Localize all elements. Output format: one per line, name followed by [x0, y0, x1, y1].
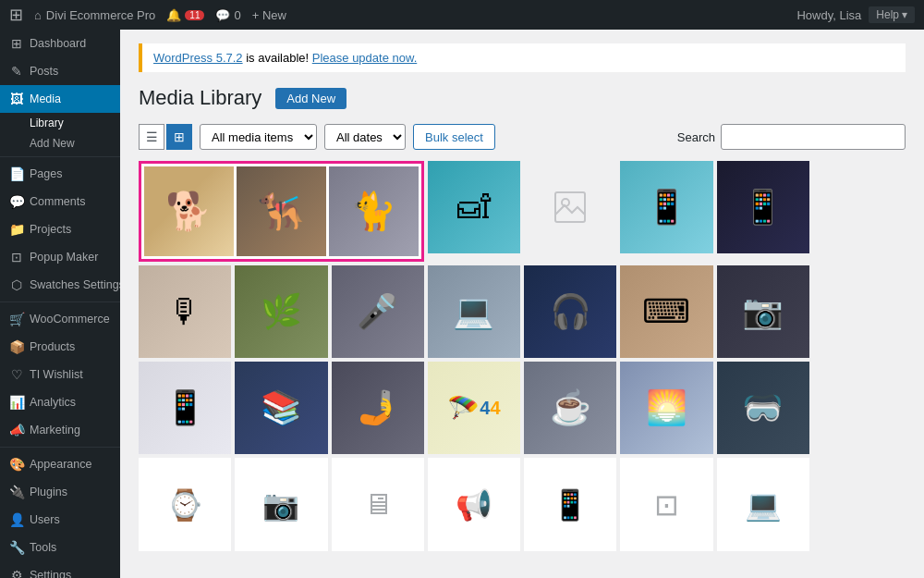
projects-icon: 📁: [9, 222, 24, 237]
sidebar-sublabel-library: Library: [30, 117, 64, 129]
media-item-black-dog[interactable]: 🐕‍🦺: [237, 166, 326, 256]
media-item-phone-hand[interactable]: 🤳: [332, 362, 424, 454]
media-item-microphone[interactable]: 🎤: [332, 265, 424, 358]
update-now-link[interactable]: Please update now.: [312, 51, 417, 65]
sidebar-item-analytics[interactable]: 📊 Analytics: [0, 388, 120, 416]
media-item-headphones[interactable]: 🎧: [524, 265, 616, 358]
media-item-phone-white[interactable]: 📱: [139, 362, 231, 454]
appearance-icon: 🎨: [9, 457, 24, 472]
media-icon: 🖼: [9, 92, 24, 106]
search-area: Search: [677, 124, 906, 150]
adminbar-right: Howdy, Lisa Help ▾: [796, 6, 915, 23]
media-item-empty-1: [813, 161, 906, 253]
media-item-laptop-hands[interactable]: ⌨: [620, 265, 712, 358]
search-input[interactable]: [721, 124, 906, 150]
add-new-button[interactable]: Add New: [275, 88, 346, 109]
media-item-megaphone-icon[interactable]: 📢: [428, 458, 520, 550]
media-item-coffee-laptop[interactable]: ☕: [524, 362, 616, 454]
grid-view-button[interactable]: ⊞: [166, 124, 192, 150]
sidebar-item-swatches[interactable]: ⬡ Swatches Settings: [0, 271, 120, 299]
sidebar-item-users[interactable]: 👤 Users: [0, 506, 120, 534]
media-item-monitor-icon[interactable]: 🖥: [332, 458, 424, 550]
sidebar-sub-library[interactable]: Library: [0, 113, 120, 133]
media-type-filter[interactable]: All media items: [200, 124, 317, 150]
media-item-laptop-books[interactable]: 📚: [235, 362, 327, 454]
help-chevron-icon: ▾: [902, 8, 907, 21]
site-name[interactable]: ⌂ Divi Ecommerce Pro: [34, 8, 155, 22]
sidebar-item-plugins[interactable]: 🔌 Plugins: [0, 478, 120, 506]
comments-notif[interactable]: 💬 0: [215, 8, 240, 22]
sidebar-item-wishlist[interactable]: ♡ TI Wishlist: [0, 361, 120, 388]
sidebar-item-settings[interactable]: ⚙ Settings: [0, 561, 120, 578]
media-item-phone-dark[interactable]: 📱: [717, 161, 809, 253]
sidebar-label-products: Products: [30, 340, 75, 353]
media-item-parachute[interactable]: 🪂44: [428, 362, 520, 454]
sidebar-label-dashboard: Dashboard: [30, 37, 86, 50]
page-header: Media Library Add New: [139, 86, 906, 110]
media-item-placeholder[interactable]: [524, 161, 616, 253]
media-item-beagle[interactable]: 🐕: [144, 166, 234, 256]
view-toggle: ☰ ⊞: [139, 124, 192, 150]
sidebar-label-popup: Popup Maker: [30, 251, 98, 264]
help-button[interactable]: Help ▾: [869, 6, 915, 23]
media-item-mobile-icon[interactable]: 📱: [524, 458, 616, 550]
media-item-vr-person[interactable]: 🥽: [717, 362, 809, 454]
sidebar-label-woo: WooCommerce: [30, 313, 110, 326]
sidebar: ⊞ Dashboard ✎ Posts 🖼 Media Library Add …: [0, 30, 120, 578]
sidebar-sub-add-new[interactable]: Add New: [0, 133, 120, 154]
sidebar-item-comments[interactable]: 💬 Comments: [0, 188, 120, 215]
media-item-watch-icon[interactable]: ⌚: [139, 458, 231, 550]
media-item-camera[interactable]: 📷: [717, 265, 809, 358]
notif-count: 11: [185, 10, 204, 20]
media-item-phone-blue[interactable]: 📱: [620, 161, 712, 253]
main-layout: ⊞ Dashboard ✎ Posts 🖼 Media Library Add …: [0, 30, 924, 578]
sidebar-label-marketing: Marketing: [30, 424, 80, 437]
bulk-select-button[interactable]: Bulk select: [413, 124, 495, 150]
media-item-tablet-icon[interactable]: ⊡: [620, 458, 712, 550]
list-view-button[interactable]: ☰: [139, 124, 164, 150]
media-item-plants[interactable]: 🌿: [235, 265, 327, 358]
sidebar-item-marketing[interactable]: 📣 Marketing: [0, 416, 120, 444]
sidebar-menu: ⊞ Dashboard ✎ Posts 🖼 Media Library Add …: [0, 30, 120, 578]
sidebar-label-media: Media: [30, 92, 61, 105]
sidebar-label-appearance: Appearance: [30, 458, 91, 471]
sidebar-item-dashboard[interactable]: ⊞ Dashboard: [0, 30, 120, 57]
pages-icon: 📄: [9, 166, 24, 181]
media-item-laptop-icon[interactable]: 💻: [717, 458, 809, 550]
grid-view-icon: ⊞: [174, 129, 185, 144]
analytics-icon: 📊: [9, 395, 24, 410]
wp-version-link[interactable]: WordPress 5.7.2: [153, 51, 243, 65]
sidebar-item-products[interactable]: 📦 Products: [0, 333, 120, 361]
sidebar-item-pages[interactable]: 📄 Pages: [0, 160, 120, 188]
sidebar-item-media[interactable]: 🖼 Media: [0, 85, 120, 113]
sidebar-item-projects[interactable]: 📁 Projects: [0, 215, 120, 243]
sidebar-label-comments: Comments: [30, 195, 85, 208]
media-grid: 🐕 🐕‍🦺 🐈 🛋: [139, 161, 906, 551]
media-item-empty-4: [813, 458, 906, 550]
sidebar-label-users: Users: [30, 513, 60, 526]
plugins-icon: 🔌: [9, 485, 24, 499]
sidebar-label-plugins: Plugins: [30, 486, 67, 498]
sidebar-sublabel-add-new: Add New: [30, 137, 75, 150]
media-item-sofa[interactable]: 🛋: [428, 161, 520, 253]
wp-logo-icon[interactable]: ⊞: [9, 5, 23, 25]
sidebar-item-tools[interactable]: 🔧 Tools: [0, 534, 120, 561]
notifications[interactable]: 🔔 11: [166, 8, 204, 22]
media-item-sunset[interactable]: 🌅: [620, 362, 712, 454]
notice-text: is available!: [246, 51, 312, 65]
new-content-btn[interactable]: + New: [252, 8, 286, 22]
sidebar-label-settings: Settings: [30, 569, 71, 578]
sidebar-item-appearance[interactable]: 🎨 Appearance: [0, 450, 120, 478]
media-item-laptop-desk[interactable]: 💻: [428, 265, 520, 358]
sidebar-item-woocommerce[interactable]: 🛒 WooCommerce: [0, 305, 120, 333]
media-item-cat[interactable]: 🐈: [329, 166, 419, 256]
search-label: Search: [677, 130, 715, 144]
woo-icon: 🛒: [9, 312, 24, 326]
settings-icon: ⚙: [9, 568, 24, 578]
sidebar-item-popup-maker[interactable]: ⊡ Popup Maker: [0, 243, 120, 271]
sidebar-item-posts[interactable]: ✎ Posts: [0, 57, 120, 85]
media-item-microphone-man[interactable]: 🎙: [139, 265, 231, 358]
date-filter[interactable]: All dates: [324, 124, 406, 150]
media-item-camera-icon[interactable]: 📷: [235, 458, 327, 550]
comments-icon: 💬: [9, 194, 24, 209]
